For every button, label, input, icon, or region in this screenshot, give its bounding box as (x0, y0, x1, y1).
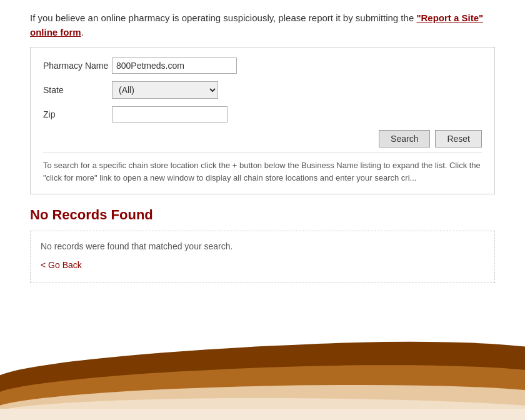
state-row: State (All) Alabama Alaska Arizona Arkan… (43, 81, 482, 99)
zip-row: Zip (43, 106, 482, 122)
button-row: Search Reset (43, 130, 482, 148)
no-records-title: No Records Found (30, 207, 495, 223)
results-box: No records were found that matched your … (30, 231, 495, 283)
intro-section: If you believe an online pharmacy is ope… (0, 0, 525, 47)
search-form: Pharmacy Name State (All) Alabama Alaska… (30, 47, 495, 194)
footer-decoration (0, 339, 525, 420)
pharmacy-name-input[interactable] (112, 58, 237, 74)
hint-text: To search for a specific chain store loc… (43, 152, 482, 184)
wave-5 (0, 409, 525, 420)
state-label: State (43, 85, 112, 95)
results-area: No Records Found No records were found t… (30, 207, 495, 283)
zip-label: Zip (43, 109, 112, 119)
no-records-message: No records were found that matched your … (41, 241, 484, 251)
pharmacy-name-row: Pharmacy Name (43, 58, 482, 74)
reset-button[interactable]: Reset (435, 130, 482, 148)
go-back-link[interactable]: < Go Back (41, 260, 82, 270)
state-select[interactable]: (All) Alabama Alaska Arizona Arkansas Ca… (112, 81, 218, 99)
zip-input[interactable] (112, 106, 228, 122)
page-wrapper: If you believe an online pharmacy is ope… (0, 0, 525, 420)
search-button[interactable]: Search (379, 130, 430, 148)
intro-text-after: . (81, 27, 84, 38)
intro-text-before: If you believe an online pharmacy is ope… (30, 12, 416, 23)
pharmacy-name-label: Pharmacy Name (43, 61, 112, 71)
